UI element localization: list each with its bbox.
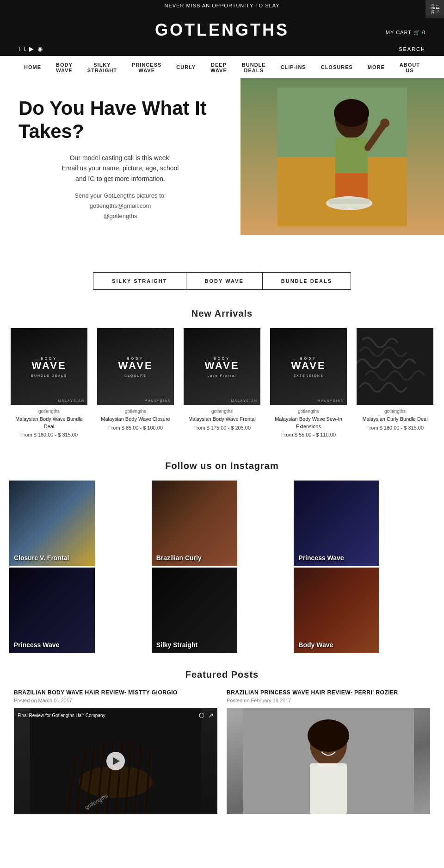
instagram-label: Princess Wave	[298, 554, 344, 562]
post-video-thumbnail[interactable]: gotlengths Final Review for Gotlengths H…	[14, 708, 217, 814]
product-name: Malaysian Body Wave Bundle Deal	[11, 416, 87, 430]
instagram-label: Silky Straight	[156, 641, 197, 649]
product-price: From $ 175.00 - $ 205.00	[184, 425, 260, 431]
cart-link[interactable]: MY CART 🛒 0	[386, 30, 426, 36]
video-share-icon[interactable]: ⬡	[199, 712, 204, 719]
nav-item-bundle-deals[interactable]: BUNDLE DEALS	[234, 58, 273, 76]
product-seller: gotlengths	[357, 409, 433, 414]
new-arrivals-title: New Arrivals	[0, 308, 444, 319]
product-card[interactable]: gotlengths Malaysian Curly Bundle Deal F…	[353, 328, 437, 437]
product-name: Malaysian Curly Bundle Deal	[357, 416, 433, 423]
body-wave-button[interactable]: BODY WAVE	[186, 272, 263, 290]
instagram-item-princess-wave-1[interactable]: Princess Wave	[294, 481, 379, 566]
post-card-1: BRAZILIAN BODY WAVE HAIR REVIEW- MISTTY …	[14, 689, 217, 814]
video-options-icon[interactable]: ↗	[208, 712, 214, 719]
nav-item-home[interactable]: HOME	[17, 58, 49, 76]
instagram-icon[interactable]: ◉	[37, 45, 43, 52]
product-card[interactable]: BODY WAVE CLOSURE MALAYSIAN gotlengths M…	[93, 328, 178, 437]
svg-point-3	[334, 99, 369, 127]
new-arrivals-section: New Arrivals BODY WAVE BUNDLE DEALS MALA…	[0, 308, 444, 451]
product-seller: gotlengths	[184, 409, 260, 414]
signup-corner[interactable]: Sign Up!	[426, 0, 444, 18]
play-button[interactable]	[106, 752, 125, 770]
instagram-item-body-wave[interactable]: Body Wave	[294, 568, 379, 653]
instagram-item-princess-wave-2[interactable]: Princess Wave	[9, 568, 95, 653]
hero-image	[240, 78, 444, 235]
instagram-label: Closure V. Frontal	[14, 554, 69, 562]
post-title-2: BRAZILIAN PRINCESS WAVE HAIR REVIEW- PER…	[227, 689, 430, 696]
instagram-label: Body Wave	[298, 641, 333, 649]
product-price: From $ 180.00 - $ 315.00	[11, 432, 87, 437]
logo[interactable]: GOTLENGTHS	[155, 16, 289, 44]
svg-rect-17	[310, 763, 347, 814]
category-buttons: SILKY STRAIGHT BODY WAVE BUNDLE DEALS	[0, 263, 444, 299]
search-link[interactable]: SEARCH	[399, 46, 426, 52]
header: GOTLENGTHS MY CART 🛒 0 f t ▶ ◉ SEARCH	[0, 11, 444, 56]
nav-item-clip-ins[interactable]: CLIP-INS	[273, 58, 314, 76]
product-card[interactable]: BODY WAVE EXTENSIONS MALAYSIAN gotlength…	[266, 328, 351, 437]
svg-point-16	[308, 719, 349, 752]
product-name: Malaysian Body Wave Frontal	[184, 416, 260, 423]
svg-rect-4	[335, 137, 368, 175]
hero-title: Do You Have What It Takes?	[18, 97, 222, 144]
product-price: From $ 85.00 - $ 100.00	[97, 425, 174, 431]
product-name: Malaysian Body Wave Closure	[97, 416, 174, 423]
top-bar-message: NEVER MISS AN OPPORTUNITY TO SLAY	[165, 3, 280, 8]
product-card[interactable]: BODY WAVE Lace Frontal MALAYSIAN gotleng…	[180, 328, 264, 437]
bundle-deals-button[interactable]: BUNDLE DEALS	[263, 272, 351, 290]
nav-item-body-wave[interactable]: BODY WAVE	[49, 58, 80, 76]
twitter-icon[interactable]: t	[24, 45, 26, 52]
nav-item-about-us[interactable]: ABOUT US	[392, 58, 427, 76]
nav-item-more[interactable]: MORE	[360, 58, 392, 76]
post-date-1: Posted on March 01 2017	[14, 698, 217, 703]
nav-item-deep-wave[interactable]: DEEP WAVE	[203, 58, 234, 76]
instagram-item-silky-straight[interactable]: Silky Straight	[152, 568, 237, 653]
top-bar: NEVER MISS AN OPPORTUNITY TO SLAY Sign U…	[0, 0, 444, 11]
product-name: Malaysian Body Wave Sew-In Extensions	[270, 416, 347, 430]
instagram-item-closure[interactable]: Closure V. Frontal	[9, 481, 95, 566]
nav-item-closures[interactable]: CLOSURES	[314, 58, 360, 76]
product-seller: gotlengths	[11, 409, 87, 414]
nav-item-princess-wave[interactable]: PRINCESS WAVE	[124, 58, 169, 76]
product-price: From $ 180.00 - $ 315.00	[357, 425, 433, 431]
product-seller: gotlengths	[270, 409, 347, 414]
hero-subtitle: Our model casting call is this week! Ema…	[18, 153, 222, 184]
navigation: HOME BODY WAVE SILKY STRAIGHT PRINCESS W…	[0, 56, 444, 78]
nav-item-silky-straight[interactable]: SILKY STRAIGHT	[80, 58, 124, 76]
youtube-icon[interactable]: ▶	[29, 45, 34, 52]
hero-contact: Send your GotLengths pictures to: gotlen…	[18, 191, 222, 221]
video-label: Final Review for Gotlengths Hair Company	[18, 713, 105, 718]
post-title-1: BRAZILIAN BODY WAVE HAIR REVIEW- MISTTY …	[14, 689, 217, 696]
instagram-label: Princess Wave	[14, 641, 59, 649]
svg-rect-9	[328, 199, 370, 204]
product-seller: gotlengths	[97, 409, 174, 414]
instagram-section: Follow us on Instagram Closure V. Fronta…	[0, 461, 444, 656]
facebook-icon[interactable]: f	[18, 45, 20, 52]
featured-posts-section: Featured Posts BRAZILIAN BODY WAVE HAIR …	[0, 656, 444, 828]
instagram-title: Follow us on Instagram	[0, 461, 444, 471]
nav-item-curly[interactable]: CURLY	[169, 58, 203, 76]
instagram-item-brazilian-curly[interactable]: Brazilian Curly	[152, 481, 237, 566]
hero-section: Do You Have What It Takes? Our model cas…	[0, 78, 444, 235]
post-date-2: Posted on February 18 2017	[227, 698, 430, 703]
post-card-2: BRAZILIAN PRINCESS WAVE HAIR REVIEW- PER…	[227, 689, 430, 814]
svg-point-6	[380, 119, 389, 128]
product-price: From $ 55.00 - $ 110.00	[270, 432, 347, 437]
featured-posts-title: Featured Posts	[14, 669, 430, 680]
instagram-label: Brazilian Curly	[156, 554, 202, 562]
product-card[interactable]: BODY WAVE BUNDLE DEALS MALAYSIAN gotleng…	[7, 328, 91, 437]
post-image-thumbnail[interactable]	[227, 708, 430, 814]
silky-straight-button[interactable]: SILKY STRAIGHT	[93, 272, 186, 290]
